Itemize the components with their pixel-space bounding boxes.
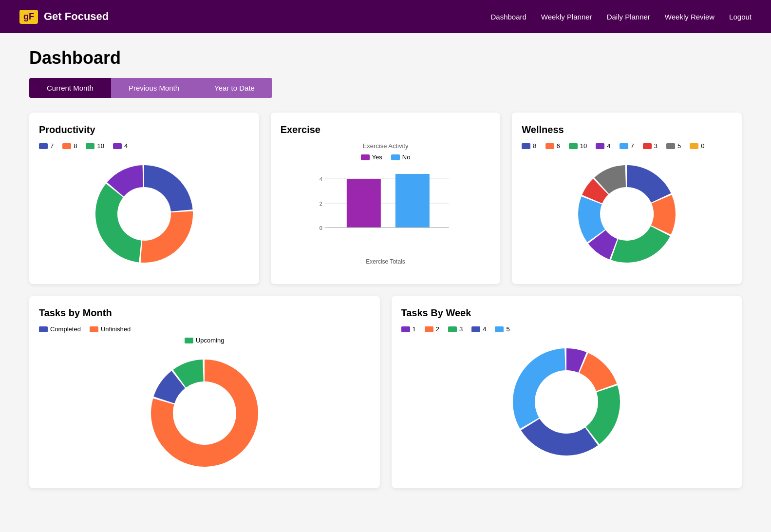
tasks-month-chart <box>39 350 370 476</box>
wellness-title: Wellness <box>522 124 732 135</box>
svg-text:4: 4 <box>319 176 322 182</box>
tab-current-month[interactable]: Current Month <box>29 78 111 98</box>
tab-year-to-date[interactable]: Year to Date <box>197 78 272 98</box>
exercise-x-label: Exercise Totals <box>285 258 486 265</box>
card-tasks-month: Tasks by Month Completed Unfinished Upco… <box>29 296 380 488</box>
brand-name: Get Focused <box>44 10 109 23</box>
exercise-title: Exercise <box>281 124 491 135</box>
exercise-chart: Exercise Activity Yes No 4 2 0 <box>281 142 491 265</box>
card-wellness: Wellness 8 6 10 4 7 3 5 0 <box>512 113 742 284</box>
tasks-week-title: Tasks By Week <box>401 307 733 319</box>
nav-weekly-planner[interactable]: Weekly Planner <box>541 13 592 21</box>
wellness-chart <box>522 155 732 272</box>
tasks-week-chart <box>401 339 733 465</box>
nav-logout[interactable]: Logout <box>729 13 752 21</box>
svg-rect-7 <box>395 174 429 228</box>
tabs: Current Month Previous Month Year to Dat… <box>29 78 742 98</box>
charts-grid-bottom: Tasks by Month Completed Unfinished Upco… <box>29 296 742 488</box>
main-content: Dashboard Current Month Previous Month Y… <box>0 33 771 503</box>
productivity-chart <box>39 155 249 272</box>
nav-links: Dashboard Weekly Planner Daily Planner W… <box>490 13 752 21</box>
exercise-chart-title: Exercise Activity <box>285 142 486 150</box>
svg-text:0: 0 <box>319 225 322 231</box>
tasks-month-legend: Completed Unfinished Upcoming <box>39 325 370 344</box>
tab-previous-month[interactable]: Previous Month <box>111 78 197 98</box>
card-productivity: Productivity 7 8 10 4 <box>29 113 259 284</box>
charts-grid-top: Productivity 7 8 10 4 Exercise Exercise … <box>29 113 742 284</box>
nav-daily-planner[interactable]: Daily Planner <box>607 13 650 21</box>
logo-box: gF <box>19 10 38 24</box>
navbar: gF Get Focused Dashboard Weekly Planner … <box>0 0 771 33</box>
svg-rect-6 <box>346 179 380 228</box>
card-tasks-week: Tasks By Week 1 2 3 4 5 <box>392 296 742 488</box>
tasks-month-title: Tasks by Month <box>39 307 370 319</box>
nav-dashboard[interactable]: Dashboard <box>490 13 526 21</box>
nav-weekly-review[interactable]: Weekly Review <box>665 13 715 21</box>
wellness-legend: 8 6 10 4 7 3 5 0 <box>522 142 732 150</box>
tasks-week-legend: 1 2 3 4 5 <box>401 325 733 333</box>
productivity-legend: 7 8 10 4 <box>39 142 249 150</box>
productivity-title: Productivity <box>39 124 249 135</box>
card-exercise: Exercise Exercise Activity Yes No 4 2 0 <box>271 113 501 284</box>
page-title: Dashboard <box>29 48 742 68</box>
svg-text:2: 2 <box>319 201 322 207</box>
